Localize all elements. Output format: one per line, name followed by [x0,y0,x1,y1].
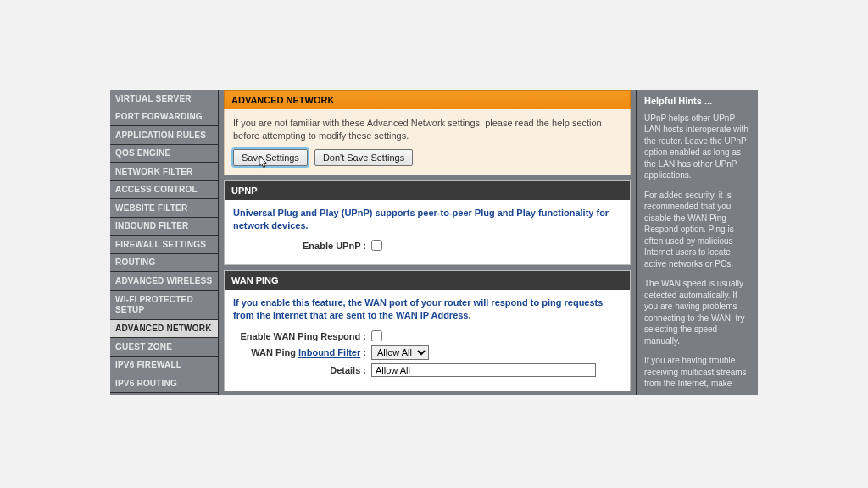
wan-ping-description: If you enable this feature, the WAN port… [233,297,621,322]
intro-panel: If you are not familiar with these Advan… [224,109,631,175]
hints-p4: If you are having trouble receiving mult… [644,355,750,390]
enable-upnp-label: Enable UPnP : [233,241,371,251]
sidebar-item-firewall-settings[interactable]: FIREWALL SETTINGS [110,236,218,254]
hints-title: Helpful Hints ... [644,95,750,108]
wan-ping-details-input[interactable] [371,363,596,377]
page-title: ADVANCED NETWORK [224,90,631,109]
wan-ping-filter-select[interactable]: Allow All [371,345,429,360]
save-settings-label: Save Settings [242,152,299,163]
save-settings-button[interactable]: Save Settings [233,149,308,166]
sidebar-item-advanced-wireless[interactable]: ADVANCED WIRELESS [110,272,218,291]
upnp-description: Universal Plug and Play (UPnP) supports … [233,207,621,232]
hints-p3: The WAN speed is usually detected automa… [644,278,750,347]
sidebar-item-routing[interactable]: ROUTING [110,254,218,273]
sidebar-item-network-filter[interactable]: NETWORK FILTER [110,163,218,181]
helpful-hints: Helpful Hints ... UPnP helps other UPnP … [636,90,758,395]
enable-upnp-checkbox[interactable] [371,240,382,251]
router-admin-frame: VIRTUAL SERVER PORT FORWARDING APPLICATI… [110,90,758,395]
sidebar-item-access-control[interactable]: ACCESS CONTROL [110,181,218,200]
sidebar-item-website-filter[interactable]: WEBSITE FILTER [110,199,218,218]
wan-ping-panel: WAN PING If you enable this feature, the… [224,270,631,391]
sidebar-item-port-forwarding[interactable]: PORT FORWARDING [110,108,218,127]
hints-p2: For added security, it is recommended th… [644,190,750,270]
save-button-row: Save Settings Don't Save Settings [233,149,621,166]
enable-wan-ping-label: Enable WAN Ping Respond : [233,331,371,341]
sidebar: VIRTUAL SERVER PORT FORWARDING APPLICATI… [110,90,219,395]
sidebar-item-ipv6-firewall[interactable]: IPV6 FIREWALL [110,357,218,375]
intro-block: ADVANCED NETWORK If you are not familiar… [224,90,631,175]
enable-wan-ping-checkbox[interactable] [371,330,382,341]
dont-save-settings-button[interactable]: Don't Save Settings [314,149,413,166]
hints-p1: UPnP helps other UPnP LAN hosts interope… [644,113,750,181]
sidebar-item-wifi-protected-setup[interactable]: WI-FI PROTECTED SETUP [110,291,218,320]
intro-text: If you are not familiar with these Advan… [233,117,621,142]
sidebar-item-advanced-network[interactable]: ADVANCED NETWORK [110,320,218,339]
wan-ping-header: WAN PING [225,271,630,290]
sidebar-item-ipv6-routing[interactable]: IPV6 ROUTING [110,374,218,393]
sidebar-item-application-rules[interactable]: APPLICATION RULES [110,126,218,145]
upnp-header: UPNP [225,181,630,200]
wan-ping-filter-suffix: : [360,347,366,358]
upnp-panel: UPNP Universal Plug and Play (UPnP) supp… [224,180,631,266]
wan-ping-details-label: Details : [233,365,371,375]
sidebar-item-qos-engine[interactable]: QOS ENGINE [110,145,218,164]
sidebar-item-virtual-server[interactable]: VIRTUAL SERVER [110,90,218,108]
wan-ping-filter-prefix: WAN Ping [251,347,298,358]
inbound-filter-link[interactable]: Inbound Filter [298,347,360,358]
wan-ping-filter-label: WAN Ping Inbound Filter : [233,347,371,358]
main-content: ADVANCED NETWORK If you are not familiar… [219,90,636,395]
sidebar-item-inbound-filter[interactable]: INBOUND FILTER [110,218,218,236]
sidebar-item-guest-zone[interactable]: GUEST ZONE [110,338,218,357]
